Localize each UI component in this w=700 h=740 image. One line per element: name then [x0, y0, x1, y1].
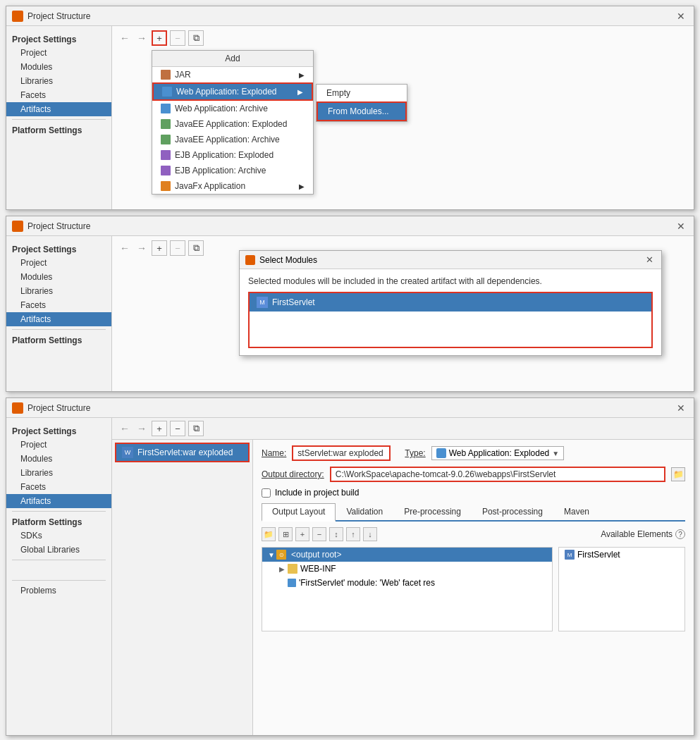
divider3b	[12, 560, 106, 560]
dialog-titlebar: Select Modules ✕	[240, 251, 661, 269]
sidebar-item-project-2[interactable]: Project	[6, 256, 111, 270]
close-button-1[interactable]: ✕	[674, 9, 688, 23]
output-tb-grid[interactable]: ⊞	[278, 527, 293, 541]
dropdown-jar[interactable]: JAR ▶	[152, 67, 313, 82]
add-button-1[interactable]: +	[152, 30, 167, 46]
sidebar-item-project-1[interactable]: Project	[6, 46, 111, 60]
artifact-firstservlet[interactable]: W FirstServlet:war exploded	[115, 443, 250, 462]
sidebar-item-problems[interactable]: Problems	[6, 584, 111, 598]
tab-validation[interactable]: Validation	[336, 503, 393, 520]
type-dropdown-arrow[interactable]: ▼	[552, 450, 559, 457]
dialog-title-text: Select Modules	[259, 255, 643, 265]
back-arrow-2[interactable]: ←	[118, 242, 132, 254]
output-root-expand: ▼	[268, 551, 276, 559]
tab-maven[interactable]: Maven	[553, 503, 600, 520]
sidebar-item-artifacts-1[interactable]: Artifacts	[6, 102, 111, 116]
output-dir-row: Output directory: C:\WorkSpace\apache-to…	[262, 467, 685, 482]
forward-arrow-1[interactable]: →	[135, 32, 149, 44]
include-build-checkbox[interactable]	[262, 488, 271, 498]
sidebar-item-libraries-3[interactable]: Libraries	[6, 466, 111, 480]
type-field[interactable]: Web Application: Exploded ▼	[431, 446, 564, 460]
tree-right-firstservlet[interactable]: M FirstServlet	[559, 548, 684, 562]
forward-arrow-3[interactable]: →	[135, 423, 149, 434]
sidebar-item-modules-1[interactable]: Modules	[6, 60, 111, 74]
dropdown-ejb-archive[interactable]: EJB Application: Archive	[152, 163, 313, 178]
back-arrow-1[interactable]: ←	[118, 32, 132, 44]
module-firstservlet[interactable]: M FirstServlet	[250, 293, 651, 312]
dialog-close-button[interactable]: ✕	[643, 254, 656, 266]
sidebar-item-sdks[interactable]: SDKs	[6, 529, 111, 543]
sidebar-item-modules-2[interactable]: Modules	[6, 270, 111, 284]
submenu-empty[interactable]: Empty	[317, 85, 407, 101]
webapp-archive-icon	[161, 104, 171, 113]
content-area-2: ← → + − ⧉ Select Modules ✕ Selected modu…	[112, 236, 694, 391]
tree-webinf[interactable]: ▶ WEB-INF	[262, 562, 552, 576]
dropdown-webapp-exploded[interactable]: Web Application: Exploded ▶ Empty From M…	[152, 82, 313, 101]
output-tb-up[interactable]: ↑	[346, 527, 360, 541]
output-tb-folder[interactable]: 📁	[262, 527, 276, 541]
sidebar-item-facets-2[interactable]: Facets	[6, 298, 111, 312]
help-icon[interactable]: ?	[675, 529, 685, 539]
remove-button-3[interactable]: −	[170, 421, 185, 436]
sidebar-item-libraries-1[interactable]: Libraries	[6, 74, 111, 88]
sidebar-item-project-3[interactable]: Project	[6, 438, 111, 452]
type-label: Type:	[405, 448, 425, 458]
copy-button-3[interactable]: ⧉	[188, 421, 204, 436]
titlebar1: Project Structure ✕	[6, 6, 694, 26]
select-modules-dialog: Select Modules ✕ Selected modules will b…	[239, 250, 662, 356]
sidebar-item-facets-3[interactable]: Facets	[6, 480, 111, 494]
output-tb-add[interactable]: +	[295, 527, 309, 541]
dropdown-webapp-archive[interactable]: Web Application: Archive	[152, 101, 313, 116]
sidebar-item-libraries-2[interactable]: Libraries	[6, 284, 111, 298]
tabs-row: Output Layout Validation Pre-processing …	[262, 503, 685, 522]
output-dir-field[interactable]: C:\WorkSpace\apache-tomcat-9.0.26\webapp…	[330, 467, 665, 482]
window2: Project Structure ✕ Project Settings Pro…	[6, 216, 694, 392]
tree-output-root[interactable]: ▼ ⊙ <output root>	[262, 548, 552, 562]
sidebar-item-modules-3[interactable]: Modules	[6, 452, 111, 466]
browse-button[interactable]: 📁	[671, 467, 685, 481]
project-settings-title-1: Project Settings	[6, 32, 111, 46]
webapp-exploded-arrow: ▶	[297, 88, 303, 96]
remove-button-2[interactable]: −	[170, 240, 185, 256]
remove-button-1[interactable]: −	[170, 30, 185, 46]
ejb-exploded-icon	[161, 150, 171, 160]
tab-postprocessing[interactable]: Post-processing	[472, 503, 553, 520]
forward-arrow-2[interactable]: →	[135, 242, 149, 254]
tree-facet-res[interactable]: 'FirstServlet' module: 'Web' facet res	[262, 576, 552, 590]
output-tb-remove[interactable]: −	[312, 527, 326, 541]
sidebar-item-artifacts-2[interactable]: Artifacts	[6, 312, 111, 326]
output-tb-down[interactable]: ↓	[363, 527, 377, 541]
jar-arrow: ▶	[299, 71, 305, 79]
right-panel: ← → + − ⧉ W FirstServlet:war exploded	[112, 418, 694, 735]
sidebar-item-artifacts-3[interactable]: Artifacts	[6, 494, 111, 508]
dropdown-javaee-exploded[interactable]: JavaEE Application: Exploded	[152, 116, 313, 132]
titlebar2: Project Structure ✕	[6, 216, 694, 236]
tree-left-panel: ▼ ⊙ <output root> ▶ WEB-INF	[262, 547, 553, 631]
copy-button-2[interactable]: ⧉	[188, 240, 204, 256]
artifact-name: FirstServlet:war exploded	[137, 448, 233, 457]
tab-output-layout[interactable]: Output Layout	[262, 503, 336, 522]
name-field[interactable]: stServlet:war exploded	[292, 445, 391, 461]
dropdown-ejb-exploded[interactable]: EJB Application: Exploded	[152, 147, 313, 163]
tab-preprocessing[interactable]: Pre-processing	[393, 503, 472, 520]
add-button-3[interactable]: +	[152, 421, 167, 436]
sidebar-item-facets-1[interactable]: Facets	[6, 88, 111, 102]
close-button-2[interactable]: ✕	[674, 219, 688, 233]
app-icon-1	[12, 11, 23, 22]
artifact-icon: W	[122, 447, 133, 458]
window1: Project Structure ✕ Project Settings Pro…	[6, 6, 694, 210]
dropdown-javafx[interactable]: JavaFx Application ▶	[152, 178, 313, 194]
back-arrow-3[interactable]: ←	[118, 423, 132, 434]
content-area-1: ← → + Add JAR ▶ Web Applicat	[112, 26, 694, 209]
close-button-3[interactable]: ✕	[674, 401, 688, 415]
include-build-row: Include in project build	[262, 488, 685, 498]
sidebar-item-global-libs[interactable]: Global Libraries	[6, 543, 111, 557]
output-tb-sort[interactable]: ↕	[329, 527, 343, 541]
divider3	[12, 511, 106, 512]
add-button-2[interactable]: +	[152, 240, 167, 256]
sidebar3: Project Settings Project Modules Librari…	[6, 418, 112, 735]
copy-button-1[interactable]: ⧉	[188, 30, 204, 46]
submenu-from-modules[interactable]: From Modules...	[317, 101, 407, 121]
divider2	[12, 329, 106, 330]
dropdown-javaee-archive[interactable]: JavaEE Application: Archive	[152, 132, 313, 147]
